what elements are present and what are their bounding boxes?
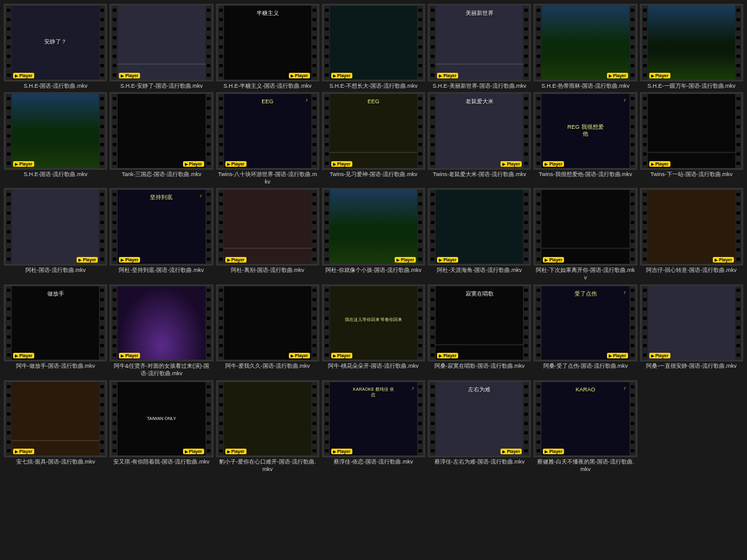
player-badge[interactable]: Player: [500, 449, 522, 454]
player-badge[interactable]: Player: [437, 257, 458, 263]
thumb-inner: [12, 94, 99, 168]
video-title: 阿杜-天涯海角-国语-流行歌曲.mkv: [436, 267, 523, 274]
video-item[interactable]: 我在这儿等你回来 等着你回来 Player 阿牛-桃花朵朵开-国语-流行歌曲.m…: [321, 283, 426, 379]
video-item[interactable]: Player 阿杜-国语-流行歌曲.mkv: [2, 187, 108, 282]
video-item[interactable]: 受了点伤 ♪ Player 阿桑-受了点伤-国语-流行歌曲.mkv: [532, 283, 638, 379]
video-item[interactable]: Player S.H.E-安静了-国语-流行歌曲.mkv: [108, 2, 214, 91]
video-item[interactable]: Player 阿杜-离别-国语-流行歌曲.mkv: [215, 187, 321, 282]
player-badge[interactable]: Player: [183, 449, 204, 454]
film-strip-left: [111, 286, 118, 360]
player-badge[interactable]: Player: [13, 449, 34, 454]
video-item[interactable]: REG 我很想爱他 ♪ Player Twins-我很想爱他-国语-流行歌曲.m…: [532, 91, 638, 187]
video-item[interactable]: 做放手 Player 阿牛-做放手-国语-流行歌曲.mkv: [2, 283, 108, 379]
video-item[interactable]: TAIWAN ONLY Player 安又琪-有你陪着我-国语-流行歌曲.mkv: [108, 379, 214, 475]
film-strip-right: [99, 190, 105, 264]
video-title: 阿杜-离别-国语-流行歌曲.mkv: [230, 267, 306, 274]
video-title: 阿牛&任贤齐-对面的女孩看过来(演)-国语-流行歌曲.mkv: [110, 363, 213, 377]
video-item[interactable]: 半糖主义 Player S.H.E-半糖主义-国语-流行歌曲.mkv: [215, 2, 321, 91]
video-item[interactable]: 老鼠爱大米 Player Twins-老鼠爱大米-国语-流行歌曲.mkv: [426, 91, 532, 187]
thumbnail: Player: [4, 380, 107, 458]
video-item[interactable]: Player Tank-三国恋-国语-流行歌曲.mkv: [108, 91, 214, 187]
film-strip-right: [735, 6, 741, 80]
video-item[interactable]: KARAOKE 蔡纯佳 依恋 ♪ Player 蔡淳佳-依恋-国语-流行歌曲.m…: [321, 379, 426, 475]
video-item[interactable]: 坚持到底 ♪ Player 阿杜-坚持到底-国语-流行歌曲.mkv: [108, 187, 214, 282]
thumb-inner: 寂寞在唱歌: [436, 286, 523, 360]
film-strip-left: [642, 190, 648, 264]
player-badge[interactable]: Player: [225, 161, 247, 167]
player-badge[interactable]: Player: [607, 73, 628, 78]
thumbnail: 老鼠爱大米 Player: [428, 92, 531, 170]
player-badge[interactable]: Player: [331, 73, 352, 78]
thumb-inner: REG 我很想爱他 ♪: [542, 94, 629, 168]
video-title: 蔡健雅-白天不懂夜的黑-国语-流行歌曲.mkv: [533, 459, 637, 473]
player-badge[interactable]: Player: [225, 449, 247, 454]
player-badge[interactable]: Player: [395, 257, 416, 263]
video-item[interactable]: EEG Player Twins-见习爱神-国语-流行歌曲.mkv: [321, 91, 426, 187]
thumb-inner: [224, 382, 311, 456]
player-badge[interactable]: Player: [331, 449, 352, 454]
player-badge[interactable]: Player: [77, 257, 98, 263]
player-badge[interactable]: Player: [713, 257, 734, 263]
film-strip-right: [205, 190, 212, 264]
player-badge[interactable]: Player: [119, 353, 140, 358]
video-item[interactable]: 安静了？ Player S.H.E-国语-流行歌曲.mkv: [2, 2, 108, 91]
player-badge[interactable]: Player: [607, 353, 628, 358]
video-title: 阿杜-下次如果离开你-国语-流行歌曲.mkv: [533, 267, 637, 281]
player-badge[interactable]: Player: [119, 73, 140, 78]
video-item[interactable]: Player 阿桑-一直很安静-国语-流行歌曲.mkv: [639, 283, 745, 379]
player-badge[interactable]: Player: [543, 161, 564, 167]
video-item[interactable]: Player 阿牛-爱我久久-国语-流行歌曲.mkv: [215, 283, 321, 379]
video-item[interactable]: 左右为难 Player 蔡淳佳-左右为难-国语-流行歌曲.mkv: [426, 379, 532, 475]
video-item[interactable]: Player 豹小子-爱你在心口难开-国语-流行歌曲.mkv: [215, 379, 321, 475]
film-strip-left: [111, 382, 118, 456]
video-item[interactable]: Player S.H.E-不想长大-国语-流行歌曲.mkv: [321, 2, 426, 91]
player-badge[interactable]: Player: [289, 73, 310, 78]
film-strip-right: [523, 286, 529, 360]
player-badge[interactable]: Player: [183, 161, 204, 167]
video-item[interactable]: Player 阿杜-天涯海角-国语-流行歌曲.mkv: [426, 187, 532, 282]
player-badge[interactable]: Player: [543, 449, 564, 454]
video-item[interactable]: Player 安七炫-面具-国语-流行歌曲.mkv: [2, 379, 108, 475]
player-badge[interactable]: Player: [119, 257, 140, 263]
video-item[interactable]: Player 阿吉仔-回心转意-国语-流行歌曲.mkv: [639, 187, 745, 282]
video-item[interactable]: Player 阿牛&任贤齐-对面的女孩看过来(演)-国语-流行歌曲.mkv: [108, 283, 214, 379]
film-strip-left: [218, 6, 224, 80]
film-strip-left: [324, 6, 330, 80]
video-item[interactable]: Player S.H.E-国语-流行歌曲.mkv: [2, 91, 108, 187]
video-item[interactable]: EEG ♪ Player Twins-八十块环游世界-国语-流行歌曲.mkv: [215, 91, 321, 187]
video-item[interactable]: 寂寞在唱歌 Player 阿桑-寂寞在唱歌-国语-流行歌曲.mkv: [426, 283, 532, 379]
film-strip-right: [205, 94, 212, 168]
player-badge[interactable]: Player: [649, 73, 670, 78]
player-badge[interactable]: Player: [649, 353, 670, 358]
video-item[interactable]: Player Twins-下一站-国语-流行歌曲.mkv: [639, 91, 745, 187]
player-badge[interactable]: Player: [225, 257, 247, 263]
video-item[interactable]: Player 阿杜-你就像个小孩-国语-流行歌曲.mkv: [321, 187, 426, 282]
video-item[interactable]: Player 阿杜-下次如果离开你-国语-流行歌曲.mkv: [532, 187, 638, 282]
player-badge[interactable]: Player: [13, 353, 34, 358]
player-badge[interactable]: Player: [500, 161, 522, 167]
film-strip-left: [430, 286, 436, 360]
thumbnail: 美丽新世界 Player: [428, 4, 531, 82]
player-badge[interactable]: Player: [289, 353, 310, 358]
film-strip-left: [111, 6, 118, 80]
film-strip-right: [523, 190, 529, 264]
player-badge[interactable]: Player: [13, 73, 34, 78]
player-badge[interactable]: Player: [649, 161, 670, 167]
player-badge[interactable]: Player: [13, 161, 34, 167]
video-item[interactable]: Player S.H.E-热带雨林-国语-流行歌曲.mkv: [532, 2, 638, 91]
player-badge[interactable]: Player: [437, 73, 458, 78]
player-badge[interactable]: Player: [437, 353, 458, 358]
video-item[interactable]: Player S.H.E-一眼万年-国语-流行歌曲.mkv: [639, 2, 745, 91]
video-item[interactable]: 美丽新世界 Player S.H.E-美丽新世界-国语-流行歌曲.mkv: [426, 2, 532, 91]
video-title: 豹小子-爱你在心口难开-国语-流行歌曲.mkv: [216, 459, 319, 473]
video-item[interactable]: KARAO ♪ Player 蔡健雅-白天不懂夜的黑-国语-流行歌曲.mkv: [532, 379, 638, 475]
video-title: 阿桑-受了点伤-国语-流行歌曲.mkv: [542, 363, 629, 370]
thumb-inner: [542, 6, 629, 80]
thumbnail: 我在这儿等你回来 等着你回来 Player: [322, 284, 425, 362]
video-title: 阿杜-坚持到底-国语-流行歌曲.mkv: [118, 267, 205, 274]
player-badge[interactable]: Player: [331, 353, 352, 358]
thumbnail: Player: [216, 188, 319, 266]
player-badge[interactable]: Player: [331, 161, 352, 167]
player-badge[interactable]: Player: [543, 257, 564, 263]
video-title: 阿杜-国语-流行歌曲.mkv: [24, 267, 87, 274]
